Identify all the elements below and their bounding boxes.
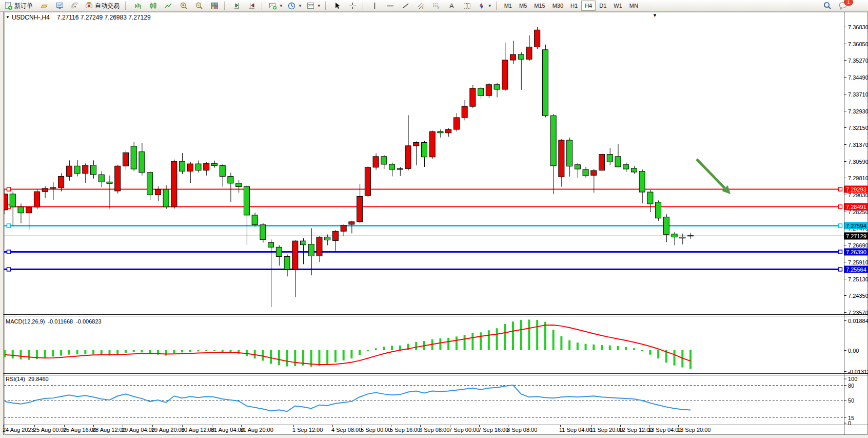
x-axis-date-label: 4 Sep 08:00 — [331, 427, 362, 433]
tile-windows-icon — [210, 2, 219, 10]
tile-windows-button[interactable] — [207, 0, 222, 11]
y-axis-tick-label: 7.35270 — [848, 58, 868, 64]
periods-button[interactable]: ▼ — [285, 0, 304, 11]
rsi-value: 29.8460 — [28, 376, 49, 382]
timeframe-button-MN[interactable]: MN — [626, 1, 642, 11]
timeframe-button-W1[interactable]: W1 — [610, 1, 626, 11]
timeframe-button-D1[interactable]: D1 — [596, 1, 610, 11]
candle-body — [91, 165, 96, 175]
chart-menu-dropdown-icon[interactable]: ▼ — [653, 13, 657, 18]
candle — [429, 131, 435, 159]
text-tool-button[interactable]: A — [444, 0, 460, 11]
new-order-button[interactable]: 新订单 — [2, 0, 36, 11]
line-drag-handle[interactable] — [839, 187, 842, 191]
line-drag-handle[interactable] — [7, 268, 11, 271]
candle-body — [607, 155, 613, 162]
timeframe-button-M1[interactable]: M1 — [501, 1, 516, 11]
candle — [260, 223, 266, 243]
timeframe-group: M1M5M15M30H1H4D1W1MN — [501, 1, 642, 11]
line-drag-handle[interactable] — [7, 250, 11, 254]
macd-histogram-bar — [625, 347, 627, 350]
macd-histogram-bar — [133, 350, 135, 352]
x-axis-date-label: 7 Sep 00:00 — [449, 427, 479, 433]
y-axis-tick-label: 7.25130 — [848, 276, 868, 282]
line-drag-handle[interactable] — [839, 250, 842, 254]
chart-window[interactable]: 7.368307.360507.352707.344907.337107.329… — [0, 0, 868, 438]
y-axis-tick-label: 7.26690 — [848, 242, 868, 249]
search-button[interactable] — [820, 0, 835, 11]
y-axis-tick-label: 7.32150 — [848, 125, 868, 131]
market-watch-button[interactable] — [52, 0, 67, 11]
candle-body — [317, 237, 322, 256]
timeframe-button-M15[interactable]: M15 — [530, 1, 548, 11]
bar-chart-mode-button[interactable] — [130, 0, 145, 11]
indicators-button[interactable]: ▼ — [266, 0, 285, 11]
candle-body — [139, 152, 145, 173]
new-order-label: 新订单 — [14, 2, 33, 10]
horizontal-line-tool-button[interactable] — [383, 0, 398, 11]
candle-body — [575, 165, 580, 169]
chart-title: ▼USDCNH-,H47.27116 7.27249 7.26983 7.271… — [6, 14, 155, 21]
line-drag-handle[interactable] — [7, 224, 11, 227]
candle-body — [236, 183, 242, 187]
timeframe-button-M30[interactable]: M30 — [549, 1, 567, 11]
line-drag-handle[interactable] — [839, 224, 842, 227]
arrows-tool-button[interactable]: ▼ — [475, 0, 494, 11]
zoom-out-button[interactable] — [191, 0, 207, 11]
symbol-dropdown-icon[interactable]: ▼ — [6, 15, 10, 20]
y-axis-tick-label: 7.24350 — [848, 293, 868, 299]
equidistant-channel-tool-button[interactable]: E — [413, 0, 429, 11]
candle-chart-mode-button[interactable] — [145, 0, 161, 11]
macd-histogram-bar — [125, 350, 127, 353]
candle-body — [518, 54, 524, 59]
macd-histogram-bar — [391, 346, 393, 350]
vertical-line-tool-button[interactable] — [367, 0, 383, 11]
toolbar-separator — [125, 2, 128, 10]
line-chart-icon — [164, 2, 173, 10]
main-toolbar: 新订单 自动交易 ▼ ▼ — [0, 0, 868, 12]
macd-histogram-bar — [383, 347, 385, 350]
line-drag-handle[interactable] — [839, 268, 842, 271]
fibonacci-tool-button[interactable]: F — [429, 0, 444, 11]
x-axis-date-label: 13 Sep 04:00 — [648, 427, 681, 433]
candle-body — [647, 192, 653, 204]
svg-text:E: E — [422, 6, 425, 10]
cursor-icon — [333, 2, 342, 10]
macd-histogram-bar — [601, 345, 603, 350]
line-drag-handle[interactable] — [7, 187, 11, 191]
macd-histogram-bar — [165, 350, 167, 356]
timeframe-button-H1[interactable]: H1 — [567, 1, 581, 11]
line-chart-mode-button[interactable] — [161, 0, 176, 11]
timeframe-button-H4[interactable]: H4 — [581, 1, 596, 11]
auto-scroll-button[interactable] — [229, 0, 244, 11]
y-axis-tick-label: 7.36830 — [848, 24, 868, 30]
bar-chart-icon — [133, 2, 142, 10]
line-drag-handle[interactable] — [839, 205, 842, 208]
macd-histogram-bar — [84, 350, 86, 354]
gold-button[interactable] — [36, 0, 52, 11]
candle — [542, 45, 548, 118]
signal-button[interactable] — [67, 0, 83, 11]
notifications-button[interactable]: 1 — [835, 0, 851, 11]
cursor-tool-button[interactable] — [330, 0, 345, 11]
macd-histogram-bar — [52, 350, 54, 356]
candle-body — [615, 157, 621, 167]
candle-body — [623, 165, 629, 169]
macd-label: MACD(12,26,9) — [6, 318, 45, 325]
candle-body — [357, 196, 363, 221]
macd-histogram-bar — [213, 350, 215, 351]
zoom-in-button[interactable] — [176, 0, 191, 11]
crosshair-tool-button[interactable] — [345, 0, 361, 11]
macd-histogram-bar — [334, 350, 337, 363]
candle-body — [542, 50, 548, 116]
chart-shift-button[interactable] — [244, 0, 260, 11]
autotrade-button[interactable]: 自动交易 — [83, 0, 123, 11]
monitor-icon — [55, 2, 64, 10]
candle — [171, 160, 177, 209]
x-axis-date-label: 25 Aug 00:00 — [33, 427, 67, 433]
trendline-tool-button[interactable] — [398, 0, 413, 11]
templates-button[interactable]: ▼ — [304, 0, 323, 11]
timeframe-button-M5[interactable]: M5 — [516, 1, 530, 11]
macd-histogram-bar — [649, 350, 651, 355]
text-label-tool-button[interactable]: T — [460, 0, 475, 11]
